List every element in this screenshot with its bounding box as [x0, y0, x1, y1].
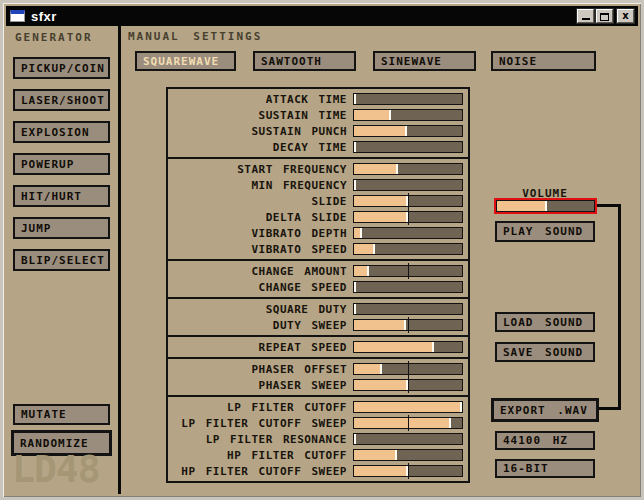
- slider-row-sustain-punch: SUSTAIN PUNCH: [172, 123, 463, 139]
- slider-group-6: PHASER OFFSETPHASER SWEEP: [166, 357, 470, 397]
- waveform-button-sawtooth[interactable]: SAWTOOTH: [253, 51, 356, 71]
- center-tick: [408, 263, 409, 279]
- minimize-icon: [582, 18, 590, 20]
- slider-track-decay-time[interactable]: [353, 141, 463, 153]
- slider-track-vibrato-depth[interactable]: [353, 227, 463, 239]
- sample-rate-button[interactable]: 44100 HZ: [495, 431, 595, 450]
- slider-group-1: ATTACK TIMESUSTAIN TIMESUSTAIN PUNCHDECA…: [166, 87, 470, 159]
- slider-label: SQUARE DUTY: [172, 303, 347, 316]
- slider-fill: [354, 164, 398, 174]
- center-tick: [408, 209, 409, 225]
- slider-panel: ATTACK TIMESUSTAIN TIMESUSTAIN PUNCHDECA…: [166, 89, 470, 483]
- generator-button-hit-hurt[interactable]: HIT/HURT: [13, 185, 110, 207]
- slider-track-start-frequency[interactable]: [353, 163, 463, 175]
- slider-handle: [389, 110, 391, 120]
- slider-track-repeat-speed[interactable]: [353, 341, 463, 353]
- slider-fill: [354, 342, 434, 352]
- center-tick: [408, 193, 409, 209]
- minimize-button[interactable]: [577, 9, 594, 23]
- slider-track-change-speed[interactable]: [353, 281, 463, 293]
- slider-handle: [354, 304, 356, 314]
- slider-track-attack-time[interactable]: [353, 93, 463, 105]
- waveform-button-squarewave[interactable]: SQUAREWAVE: [135, 51, 236, 71]
- slider-row-repeat-speed: REPEAT SPEED: [172, 339, 463, 355]
- slider-row-hp-filter-cutoff-sweep: HP FILTER CUTOFF SWEEP: [172, 463, 463, 479]
- slider-handle: [404, 320, 406, 330]
- center-tick: [408, 415, 409, 431]
- slider-row-slide: SLIDE: [172, 193, 463, 209]
- slider-label: PHASER SWEEP: [172, 379, 347, 392]
- slider-row-lp-filter-cutoff-sweep: LP FILTER CUTOFF SWEEP: [172, 415, 463, 431]
- bit-depth-button[interactable]: 16-BIT: [495, 459, 595, 478]
- title-bar[interactable]: sfxr x: [6, 6, 638, 26]
- slider-label: DUTY SWEEP: [172, 319, 347, 332]
- volume-slider[interactable]: [494, 198, 597, 214]
- generator-button-explosion[interactable]: EXPLOSION: [13, 121, 110, 143]
- slider-group-4: SQUARE DUTYDUTY SWEEP: [166, 297, 470, 337]
- slider-handle: [396, 164, 398, 174]
- slider-handle: [354, 142, 356, 152]
- slider-row-start-frequency: START FREQUENCY: [172, 161, 463, 177]
- slider-track-vibrato-speed[interactable]: [353, 243, 463, 255]
- generator-button-jump[interactable]: JUMP: [13, 217, 110, 239]
- slider-track-hp-filter-cutoff-sweep[interactable]: [353, 465, 463, 477]
- slider-label: DELTA SLIDE: [172, 211, 347, 224]
- maximize-button[interactable]: [596, 9, 613, 23]
- load-sound-button[interactable]: LOAD SOUND: [495, 312, 595, 332]
- slider-track-change-amount[interactable]: [353, 265, 463, 277]
- slider-fill: [354, 466, 408, 476]
- slider-label: START FREQUENCY: [172, 163, 347, 176]
- maximize-icon: [600, 13, 609, 21]
- slider-group-7: LP FILTER CUTOFFLP FILTER CUTOFF SWEEPLP…: [166, 395, 470, 483]
- slider-fill: [354, 212, 408, 222]
- slider-row-min-frequency: MIN FREQUENCY: [172, 177, 463, 193]
- generator-header: GENERATOR: [15, 31, 93, 44]
- export-wav-button[interactable]: EXPORT .WAV: [491, 398, 599, 422]
- slider-label: LP FILTER CUTOFF SWEEP: [172, 417, 347, 430]
- slider-track-phaser-offset[interactable]: [353, 363, 463, 375]
- slider-row-change-amount: CHANGE AMOUNT: [172, 263, 463, 279]
- generator-button-pickup-coin[interactable]: PICKUP/COIN: [13, 57, 110, 79]
- center-tick: [408, 361, 409, 377]
- slider-track-lp-filter-resonance[interactable]: [353, 433, 463, 445]
- slider-track-square-duty[interactable]: [353, 303, 463, 315]
- slider-track-slide[interactable]: [353, 195, 463, 207]
- slider-track-hp-filter-cutoff[interactable]: [353, 449, 463, 461]
- slider-label: HP FILTER CUTOFF: [172, 449, 347, 462]
- slider-label: SUSTAIN TIME: [172, 109, 347, 122]
- slider-label: SUSTAIN PUNCH: [172, 125, 347, 138]
- volume-fill: [497, 201, 547, 211]
- generator-button-laser-shoot[interactable]: LASER/SHOOT: [13, 89, 110, 111]
- slider-row-lp-filter-resonance: LP FILTER RESONANCE: [172, 431, 463, 447]
- slider-label: VIBRATO SPEED: [172, 243, 347, 256]
- close-button[interactable]: x: [617, 9, 634, 23]
- volume-export-wire: [618, 204, 621, 410]
- slider-label: LP FILTER CUTOFF: [172, 401, 347, 414]
- slider-row-delta-slide: DELTA SLIDE: [172, 209, 463, 225]
- slider-track-sustain-time[interactable]: [353, 109, 463, 121]
- slider-row-sustain-time: SUSTAIN TIME: [172, 107, 463, 123]
- slider-fill: [354, 380, 408, 390]
- slider-track-sustain-punch[interactable]: [353, 125, 463, 137]
- generator-button-powerup[interactable]: POWERUP: [13, 153, 110, 175]
- slider-track-lp-filter-cutoff[interactable]: [353, 401, 463, 413]
- slider-track-lp-filter-cutoff-sweep[interactable]: [353, 417, 463, 429]
- window-controls: x: [575, 9, 634, 23]
- slider-track-min-frequency[interactable]: [353, 179, 463, 191]
- play-sound-button[interactable]: PLAY SOUND: [495, 221, 595, 242]
- slider-row-change-speed: CHANGE SPEED: [172, 279, 463, 295]
- slider-track-phaser-sweep[interactable]: [353, 379, 463, 391]
- slider-track-delta-slide[interactable]: [353, 211, 463, 223]
- slider-group-5: REPEAT SPEED: [166, 335, 470, 359]
- slider-label: CHANGE AMOUNT: [172, 265, 347, 278]
- slider-group-3: CHANGE AMOUNTCHANGE SPEED: [166, 259, 470, 299]
- generator-button-blip-select[interactable]: BLIP/SELECT: [13, 249, 110, 271]
- waveform-button-sinewave[interactable]: SINEWAVE: [373, 51, 476, 71]
- waveform-button-noise[interactable]: NOISE: [491, 51, 596, 71]
- mutate-button[interactable]: MUTATE: [13, 404, 110, 425]
- save-sound-button[interactable]: SAVE SOUND: [495, 342, 595, 362]
- slider-track-duty-sweep[interactable]: [353, 319, 463, 331]
- slider-label: ATTACK TIME: [172, 93, 347, 106]
- slider-row-vibrato-speed: VIBRATO SPEED: [172, 241, 463, 257]
- slider-handle: [354, 180, 356, 190]
